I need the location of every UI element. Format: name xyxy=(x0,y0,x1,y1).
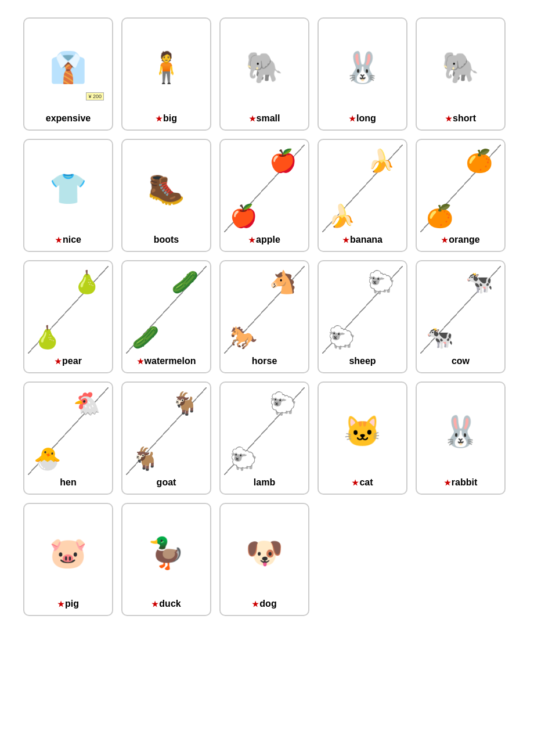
pear-pair: 🍐🍐 xyxy=(28,266,109,354)
hen-emoji-bottom: 🐣 xyxy=(34,446,61,471)
horse-pair: 🐴🐎 xyxy=(224,266,305,354)
dog-label: ★dog xyxy=(252,599,276,610)
cat-label: ★cat xyxy=(352,477,373,489)
sheep-emoji-top: 🐑 xyxy=(367,269,395,295)
flashcard-duck: 🦆★duck xyxy=(121,503,211,616)
cat-emoji: 🐱 xyxy=(344,416,381,447)
orange-pair: 🍊🍊 xyxy=(420,145,501,232)
orange-image: 🍊🍊 xyxy=(420,145,501,232)
flashcard-lamb: 🐑🐑lamb xyxy=(219,381,309,495)
cow-emoji-bottom: 🐄 xyxy=(426,325,453,350)
long-label: ★long xyxy=(349,113,376,125)
hen-emoji-top: 🐔 xyxy=(73,391,100,416)
horse-emoji-bottom: 🐎 xyxy=(230,325,257,350)
flashcard-rabbit: 🐰★rabbit xyxy=(416,381,506,495)
flashcard-sheep: 🐑🐑sheep xyxy=(317,260,407,373)
cat-star: ★ xyxy=(352,478,359,487)
small-label: ★small xyxy=(249,113,280,125)
sheep-image: 🐑🐑 xyxy=(322,266,403,354)
orange-emoji-top: 🍊 xyxy=(466,148,493,174)
flashcard-long: 🐰★long xyxy=(317,17,407,131)
flashcard-horse: 🐴🐎horse xyxy=(219,260,309,373)
flashcard-banana: 🍌🍌★banana xyxy=(317,139,407,252)
boots-image: 🥾 xyxy=(126,145,207,232)
hen-image: 🐔🐣 xyxy=(28,387,109,475)
goat-image: 🐐🐐 xyxy=(126,387,207,475)
duck-image: 🦆 xyxy=(126,509,207,596)
expensive-image: 👔¥ 200 xyxy=(28,23,109,111)
flashcard-apple: 🍎🍎★apple xyxy=(219,139,309,252)
dog-emoji: 🐶 xyxy=(246,538,283,568)
pear-emoji-bottom: 🍐 xyxy=(34,325,61,350)
cat-image: 🐱 xyxy=(322,387,403,475)
watermelon-pair: 🥒🥒 xyxy=(126,266,207,354)
cow-pair: 🐄🐄 xyxy=(420,266,501,354)
flashcard-cat: 🐱★cat xyxy=(317,381,407,495)
flashcard-watermelon: 🥒🥒★watermelon xyxy=(121,260,211,373)
lamb-image: 🐑🐑 xyxy=(224,387,305,475)
long-star: ★ xyxy=(349,114,356,123)
long-image: 🐰 xyxy=(322,23,403,111)
dog-image: 🐶 xyxy=(224,509,305,596)
rabbit-emoji: 🐰 xyxy=(442,416,479,447)
flashcard-dog: 🐶★dog xyxy=(219,503,309,616)
cow-label: cow xyxy=(452,356,470,368)
orange-emoji-bottom: 🍊 xyxy=(426,203,453,229)
dog-star: ★ xyxy=(252,600,259,609)
rabbit-image: 🐰 xyxy=(420,387,501,475)
small-emoji: 🐘 xyxy=(246,52,283,82)
flashcard-goat: 🐐🐐goat xyxy=(121,381,211,495)
flashcard-cow: 🐄🐄cow xyxy=(416,260,506,373)
lamb-label: lamb xyxy=(254,477,275,489)
banana-star: ★ xyxy=(342,236,349,244)
flashcard-big: 🧍★big xyxy=(121,17,211,131)
apple-pair: 🍎🍎 xyxy=(224,145,305,232)
flashcard-expensive: 👔¥ 200expensive xyxy=(23,17,113,131)
goat-label: goat xyxy=(157,477,176,489)
orange-star: ★ xyxy=(441,236,448,244)
rabbit-label: ★rabbit xyxy=(444,477,477,489)
boots-emoji: 🥾 xyxy=(147,174,185,204)
nice-star: ★ xyxy=(55,236,62,244)
apple-label: ★apple xyxy=(248,235,280,246)
banana-emoji-top: 🍌 xyxy=(367,148,395,174)
watermelon-label: ★watermelon xyxy=(137,356,196,368)
flashcard-orange: 🍊🍊★orange xyxy=(416,139,506,252)
banana-pair: 🍌🍌 xyxy=(322,145,403,232)
pear-label: ★pear xyxy=(55,356,82,368)
pear-emoji-top: 🍐 xyxy=(73,269,100,295)
flashcard-short: 🐘★short xyxy=(416,17,506,131)
flashcard-pear: 🍐🍐★pear xyxy=(23,260,113,373)
sheep-pair: 🐑🐑 xyxy=(322,266,403,354)
watermelon-star: ★ xyxy=(137,357,144,366)
cow-image: 🐄🐄 xyxy=(420,266,501,354)
apple-emoji-top: 🍎 xyxy=(269,148,297,174)
expensive-emoji: 👔 xyxy=(49,52,87,82)
short-emoji: 🐘 xyxy=(442,52,479,82)
banana-emoji-bottom: 🍌 xyxy=(328,203,355,229)
hen-label: hen xyxy=(60,477,76,489)
nice-label: ★nice xyxy=(55,235,81,246)
horse-label: horse xyxy=(252,356,277,368)
rabbit-star: ★ xyxy=(444,478,451,487)
pig-image: 🐷 xyxy=(28,509,109,596)
goat-emoji-top: 🐐 xyxy=(171,391,199,416)
flashcard-grid: 👔¥ 200expensive🧍★big🐘★small🐰★long🐘★short… xyxy=(23,17,511,616)
flashcard-small: 🐘★small xyxy=(219,17,309,131)
goat-emoji-bottom: 🐐 xyxy=(132,446,159,471)
big-emoji: 🧍 xyxy=(147,52,185,82)
hen-pair: 🐔🐣 xyxy=(28,387,109,475)
boots-label: boots xyxy=(154,235,179,246)
expensive-label: expensive xyxy=(46,113,91,125)
pig-label: ★pig xyxy=(57,599,79,610)
nice-image: 👕 xyxy=(28,145,109,232)
apple-image: 🍎🍎 xyxy=(224,145,305,232)
watermelon-image: 🥒🥒 xyxy=(126,266,207,354)
horse-emoji-top: 🐴 xyxy=(269,269,297,295)
apple-emoji-bottom: 🍎 xyxy=(230,203,257,229)
pig-star: ★ xyxy=(57,600,64,609)
short-image: 🐘 xyxy=(420,23,501,111)
pig-emoji: 🐷 xyxy=(49,538,87,568)
duck-emoji: 🦆 xyxy=(147,538,185,568)
big-star: ★ xyxy=(156,114,163,123)
